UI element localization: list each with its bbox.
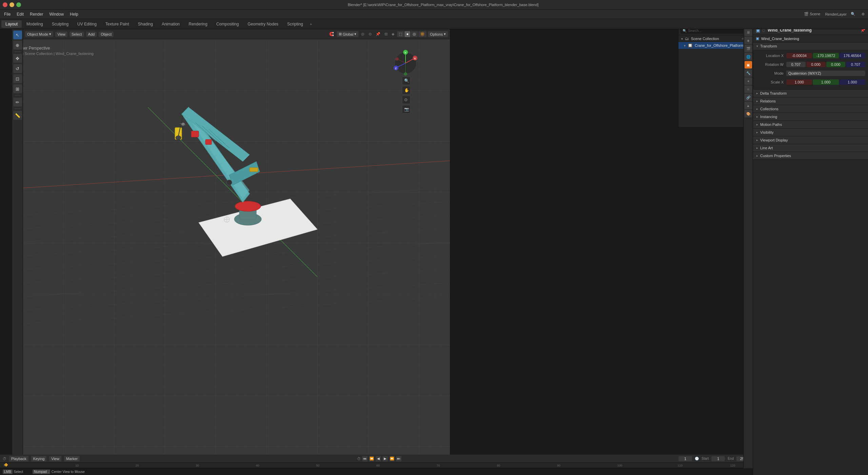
options-menu[interactable]: Options ▾ <box>428 31 448 37</box>
search-icon[interactable]: 🔍 <box>849 11 857 17</box>
tab-texture-paint[interactable]: Texture Paint <box>101 20 133 28</box>
pivot-icon[interactable]: ◎ <box>360 31 366 37</box>
rotate-tool-btn[interactable]: ↺ <box>13 64 22 73</box>
minimize-button[interactable] <box>9 2 14 7</box>
prop-icon-data[interactable]: ▲ <box>745 102 752 109</box>
tab-layout[interactable]: Layout <box>1 20 22 28</box>
marker-menu[interactable]: Marker <box>64 456 80 461</box>
custom-props-header[interactable]: ▸ Custom Properties <box>753 152 868 159</box>
line-art-header[interactable]: ▸ Line Art <box>753 144 868 152</box>
snap-toggle[interactable]: 📌 <box>374 31 382 37</box>
relations-header[interactable]: ▸ Relations <box>753 97 868 105</box>
menu-edit[interactable]: Edit <box>14 11 26 17</box>
filter-icon[interactable]: ⊜ <box>860 11 867 17</box>
tab-sculpting[interactable]: Sculpting <box>48 20 73 28</box>
cursor-tool-btn[interactable]: ⊕ <box>13 41 22 50</box>
measure-tool-btn[interactable]: 📏 <box>13 111 22 120</box>
tab-scripting[interactable]: Scripting <box>283 20 307 28</box>
scale-x[interactable]: 1.000 <box>786 79 812 85</box>
viewport-display-header[interactable]: ▸ Viewport Display <box>753 136 868 144</box>
prop-icon-physics[interactable]: ⚛ <box>745 86 752 93</box>
prop-icon-particles[interactable]: ✦ <box>745 77 752 85</box>
overlay-toggle[interactable]: ⊟ <box>383 31 389 37</box>
scale-y[interactable]: 1.000 <box>813 79 839 85</box>
location-y[interactable]: -170.19872 <box>813 53 839 58</box>
tab-geometry-nodes[interactable]: Geometry Nodes <box>243 20 282 28</box>
solid-shade-btn[interactable]: ● <box>405 31 410 37</box>
xray-toggle[interactable]: ◈ <box>390 31 396 37</box>
material-shade-btn[interactable]: ◎ <box>411 31 418 37</box>
tab-rendering[interactable]: Rendering <box>184 20 211 28</box>
tab-modeling[interactable]: Modeling <box>22 20 47 28</box>
rotation-mode[interactable]: Quaternion (WXYZ) <box>786 71 865 76</box>
rotation-z[interactable]: 0.707 <box>846 62 865 67</box>
maximize-button[interactable] <box>16 2 21 7</box>
view-menu[interactable]: View <box>55 32 67 37</box>
prop-icon-modifier[interactable]: 🔧 <box>745 69 752 77</box>
play-btn[interactable]: ▶ <box>382 456 388 461</box>
prop-icon-object[interactable]: ▣ <box>745 61 752 69</box>
close-button[interactable] <box>3 2 7 7</box>
outliner-scene-collection[interactable]: ▾ 🗂 Scene Collection 👁 📷 <box>678 35 753 42</box>
toolbar-separator-1 <box>14 52 21 52</box>
add-menu[interactable]: Add <box>86 32 97 37</box>
menu-window[interactable]: Window <box>46 11 66 17</box>
start-label: Start <box>702 457 709 460</box>
motion-paths-header[interactable]: ▸ Motion Paths <box>753 121 868 128</box>
location-x[interactable]: -0.00034 <box>786 53 812 58</box>
viewport-3d[interactable]: User Perspective (1) Scene Collection | … <box>12 39 450 455</box>
playback-menu[interactable]: Playback <box>9 456 28 461</box>
select-tool-btn[interactable]: ↖ <box>13 31 22 39</box>
annotate-tool-btn[interactable]: ✏ <box>13 98 22 107</box>
prop-obj-name2[interactable]: Wind_Crane_fastening <box>761 37 799 41</box>
tab-compositing[interactable]: Compositing <box>212 20 243 28</box>
collections-header[interactable]: ▸ Collections <box>753 105 868 113</box>
select-menu[interactable]: Select <box>70 32 84 37</box>
transform-tool-btn[interactable]: ⊞ <box>13 84 22 93</box>
delta-section-header[interactable]: ▸ Delta Transform <box>753 90 868 97</box>
prop-icon-material[interactable]: 🎨 <box>745 110 752 117</box>
rotation-x[interactable]: 0.000 <box>806 62 826 67</box>
instancing-header[interactable]: ▸ Instancing <box>753 113 868 120</box>
step-back-btn[interactable]: ⏪ <box>369 456 374 461</box>
object-mode-dropdown[interactable]: Object Mode ▾ <box>25 31 53 37</box>
location-z[interactable]: 176.46564 <box>840 53 865 58</box>
keying-menu[interactable]: Keying <box>31 456 47 461</box>
visibility-section: ▸ Visibility <box>753 129 868 136</box>
tab-shading[interactable]: Shading <box>134 20 157 28</box>
rendered-shade-btn[interactable]: 🔆 <box>418 31 427 37</box>
prop-icon-constraints[interactable]: 🔗 <box>745 94 752 101</box>
jump-start-btn[interactable]: ⏮ <box>362 456 368 461</box>
menu-render[interactable]: Render <box>27 11 46 17</box>
step-fwd-btn[interactable]: ⏩ <box>389 456 395 461</box>
rotation-w[interactable]: 0.707 <box>786 62 806 67</box>
prop-icon-scene[interactable]: 🎬 <box>745 45 752 52</box>
prop-icon-output[interactable]: 🖥 <box>745 28 752 36</box>
tab-animation[interactable]: Animation <box>158 20 184 28</box>
prop-icon-world[interactable]: 🌐 <box>745 53 752 60</box>
proportional-edit-icon[interactable]: ⊙ <box>367 31 373 37</box>
prop-icon-view-layer[interactable]: ◈ <box>745 37 752 44</box>
add-workspace-button[interactable]: + <box>308 21 314 27</box>
move-tool-btn[interactable]: ✥ <box>13 54 22 63</box>
transform-orientation[interactable]: ⊞ Global ▾ <box>337 31 359 37</box>
play-reverse-btn[interactable]: ◀ <box>376 456 381 461</box>
jump-end-btn[interactable]: ⏭ <box>396 456 401 461</box>
wireframe-shade-btn[interactable]: ⬚ <box>397 31 404 37</box>
transform-section-header[interactable]: ▾ Transform <box>753 42 868 50</box>
object-menu[interactable]: Object <box>99 32 114 37</box>
outliner-search-placeholder[interactable]: Search... <box>688 29 702 33</box>
start-frame-input[interactable]: 1 <box>711 456 725 461</box>
outliner-crane-object[interactable]: ▾ 🔲 Crane_for_Offshore_Platform 📌 👁 <box>678 42 753 49</box>
view-menu-timeline[interactable]: View <box>49 456 61 461</box>
snap-icon[interactable]: 🧲 <box>328 31 335 37</box>
current-frame-input[interactable]: 1 <box>678 456 692 461</box>
rotation-y[interactable]: 0.000 <box>826 62 846 67</box>
menu-help[interactable]: Help <box>67 11 81 17</box>
tab-uv-editing[interactable]: UV Editing <box>73 20 101 28</box>
visibility-header[interactable]: ▸ Visibility <box>753 129 868 136</box>
scale-z[interactable]: 1.000 <box>840 79 865 85</box>
motion-paths-arrow: ▸ <box>756 123 758 126</box>
scale-tool-btn[interactable]: ⊡ <box>13 74 22 83</box>
menu-file[interactable]: File <box>1 11 13 17</box>
